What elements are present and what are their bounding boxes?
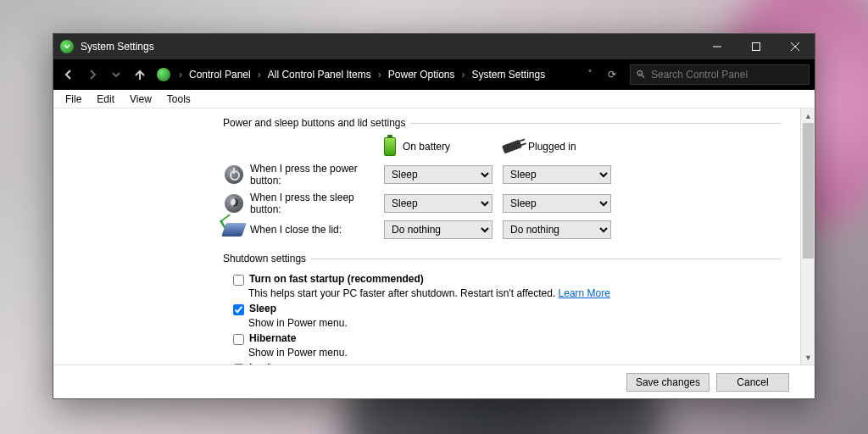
row-label: When I close the lid: (245, 224, 384, 236)
crumb-0[interactable]: Control Panel (186, 69, 254, 81)
power-buttons-group: Power and sleep buttons and lid settings… (223, 117, 781, 244)
address-dropdown-icon[interactable]: ˅ (581, 69, 599, 81)
close-button[interactable] (776, 34, 815, 59)
hibernate-desc: Show in Power menu. (248, 347, 781, 359)
shutdown-settings-group: Shutdown settings Turn on fast startup (… (223, 253, 781, 364)
scroll-thumb[interactable] (803, 123, 814, 259)
svg-rect-0 (753, 43, 760, 51)
fast-startup-desc: This helps start your PC faster after sh… (248, 287, 781, 299)
up-button[interactable] (130, 64, 150, 85)
hibernate-checkbox[interactable] (233, 334, 244, 345)
scroll-down-icon[interactable]: ▼ (801, 350, 815, 364)
crumb-3[interactable]: System Settings (468, 69, 548, 81)
recent-dropdown[interactable] (106, 64, 126, 85)
row-lid: When I close the lid: Do nothingSleepHib… (223, 220, 781, 239)
scrollbar[interactable]: ▲ ▼ (800, 108, 815, 364)
row-sleep-button: When I press the sleep button: Do nothin… (223, 192, 781, 215)
sleep-title: Sleep (249, 303, 276, 314)
content-area: Power and sleep buttons and lid settings… (53, 108, 815, 364)
fast-startup-item: Turn on fast startup (recommended) (233, 273, 781, 286)
menubar: File Edit View Tools (53, 90, 815, 108)
crumb-1[interactable]: All Control Panel Items (264, 69, 375, 81)
sleep-item: Sleep (233, 303, 781, 315)
search-icon: 🔍︎ (636, 69, 646, 81)
battery-icon (384, 137, 396, 156)
lid-battery-combo[interactable]: Do nothingSleepHibernateShut down (384, 220, 492, 239)
menu-file[interactable]: File (58, 92, 88, 107)
lock-item: Lock (233, 362, 781, 364)
back-button[interactable] (58, 64, 79, 85)
fast-startup-checkbox[interactable] (233, 275, 244, 286)
system-settings-window: System Settings › Control Panel› All Con… (53, 33, 815, 399)
row-label: When I press the sleep button: (245, 192, 384, 215)
forward-button[interactable] (82, 64, 103, 85)
power-battery-combo[interactable]: Do nothingSleepHibernateShut down (384, 165, 492, 184)
lock-checkbox[interactable] (233, 364, 244, 364)
lid-icon (221, 223, 247, 236)
search-box[interactable]: 🔍︎ (630, 64, 810, 85)
menu-edit[interactable]: Edit (90, 92, 121, 107)
menu-tools[interactable]: Tools (160, 92, 198, 107)
sleep-battery-combo[interactable]: Do nothingSleepHibernateShut down (384, 194, 492, 213)
search-input[interactable] (651, 69, 804, 81)
footer: Save changes Cancel (53, 364, 815, 398)
sleep-desc: Show in Power menu. (248, 317, 781, 329)
power-icon (225, 165, 243, 184)
sleep-checkbox[interactable] (233, 304, 244, 315)
hibernate-item: Hibernate (233, 332, 781, 345)
plug-icon (502, 140, 522, 154)
power-plugged-combo[interactable]: Do nothingSleepHibernateShut down (503, 165, 611, 184)
fast-startup-title: Turn on fast startup (recommended) (249, 273, 424, 285)
row-label: When I press the power button: (245, 163, 384, 186)
lid-plugged-combo[interactable]: Do nothingSleepHibernateShut down (503, 220, 611, 239)
sleep-plugged-combo[interactable]: Do nothingSleepHibernateShut down (503, 194, 611, 213)
lock-title: Lock (249, 362, 273, 364)
crumb-2[interactable]: Power Options (385, 69, 459, 81)
save-button[interactable]: Save changes (626, 373, 709, 392)
group-legend: Shutdown settings (223, 253, 311, 264)
refresh-icon[interactable]: ⟳ (603, 69, 621, 81)
group-legend: Power and sleep buttons and lid settings (223, 117, 410, 129)
cancel-button[interactable]: Cancel (716, 373, 789, 392)
scroll-up-icon[interactable]: ▲ (801, 108, 815, 123)
titlebar[interactable]: System Settings (53, 34, 815, 59)
row-power-button: When I press the power button: Do nothin… (223, 163, 781, 186)
menu-view[interactable]: View (123, 92, 159, 107)
learn-more-link[interactable]: Learn More (559, 287, 610, 299)
control-panel-icon (157, 68, 170, 81)
breadcrumb[interactable]: › Control Panel› All Control Panel Items… (157, 68, 548, 81)
window-title: System Settings (81, 41, 154, 53)
minimize-button[interactable] (698, 34, 737, 59)
col-plugged: Plugged in (528, 141, 576, 153)
app-icon (60, 40, 74, 53)
hibernate-title: Hibernate (249, 332, 296, 344)
address-bar: › Control Panel› All Control Panel Items… (53, 59, 815, 90)
col-battery: On battery (403, 141, 450, 153)
moon-icon (225, 194, 243, 213)
maximize-button[interactable] (737, 34, 776, 59)
